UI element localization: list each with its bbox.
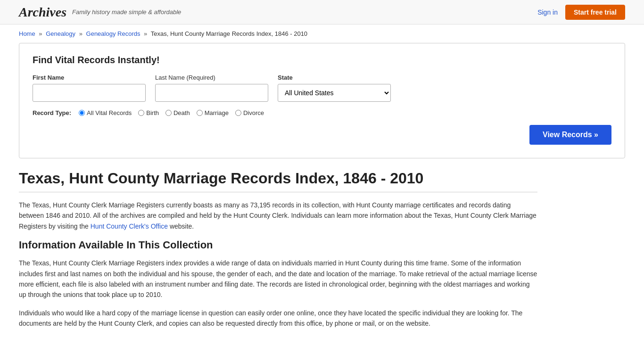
radio-marriage-label: Marriage [205,109,229,116]
section-heading: Information Available In This Collection [19,239,537,251]
radio-options: All Vital Records Birth Death Marriage D… [79,109,264,116]
sign-in-link[interactable]: Sign in [537,8,558,16]
description-1: The Texas, Hunt County Clerk Marriage Re… [19,200,537,231]
first-name-input[interactable] [33,84,146,102]
page-title: Texas, Hunt County Marriage Records Inde… [19,170,537,187]
radio-death-input[interactable] [165,110,172,116]
last-name-label: Last Name (Required) [155,74,268,81]
start-trial-button[interactable]: Start free trial [565,5,625,20]
radio-birth[interactable]: Birth [138,109,159,116]
breadcrumb-home[interactable]: Home [19,30,35,37]
breadcrumb-sep-3: » [144,30,147,37]
search-form-container: Find Vital Records Instantly! First Name… [19,43,625,158]
last-name-input[interactable] [155,84,268,102]
breadcrumb-genealogy-records[interactable]: Genealogy Records [86,30,140,37]
breadcrumb: Home » Genealogy » Genealogy Records » T… [0,25,644,43]
record-type-row: Record Type: All Vital Records Birth Dea… [33,109,611,116]
radio-divorce-input[interactable] [235,110,241,116]
description-3: Individuals who would like a hard copy o… [19,308,537,329]
radio-death-label: Death [173,109,190,116]
site-logo: Archives [19,5,66,20]
radio-birth-label: Birth [146,109,159,116]
main-content: Texas, Hunt County Marriage Records Inde… [0,170,556,355]
radio-all-vital[interactable]: All Vital Records [79,109,132,116]
radio-divorce[interactable]: Divorce [235,109,264,116]
breadcrumb-sep-2: » [79,30,83,37]
radio-marriage[interactable]: Marriage [197,109,229,116]
breadcrumb-current: Texas, Hunt County Marriage Records Inde… [151,30,307,37]
breadcrumb-genealogy[interactable]: Genealogy [46,30,75,37]
first-name-label: First Name [33,74,146,81]
site-header: Archives Family history made simple & af… [0,0,644,25]
state-label: State [278,74,391,81]
first-name-group: First Name [33,74,146,102]
last-name-group: Last Name (Required) [155,74,268,102]
state-select[interactable]: All United States Alabama Alaska Arizona… [278,84,391,102]
hunt-county-link[interactable]: Hunt County Clerk's Office [91,222,168,230]
record-type-label: Record Type: [33,109,71,116]
site-tagline: Family history made simple & affordable [72,8,181,16]
header-actions: Sign in Start free trial [537,5,625,20]
header-logo-area: Archives Family history made simple & af… [19,5,181,20]
radio-death[interactable]: Death [165,109,190,116]
breadcrumb-sep-1: » [39,30,42,37]
search-form-title: Find Vital Records Instantly! [33,55,611,66]
state-group: State All United States Alabama Alaska A… [278,74,391,102]
radio-all-vital-input[interactable] [79,110,85,116]
search-fields-row: First Name Last Name (Required) State Al… [33,74,611,102]
radio-all-vital-label: All Vital Records [87,109,132,116]
radio-marriage-input[interactable] [197,110,203,116]
radio-divorce-label: Divorce [243,109,264,116]
radio-birth-input[interactable] [138,110,144,116]
description-2: The Texas, Hunt County Clerk Marriage Re… [19,258,537,300]
title-divider [19,192,537,192]
view-records-button[interactable]: View Records » [529,125,611,145]
